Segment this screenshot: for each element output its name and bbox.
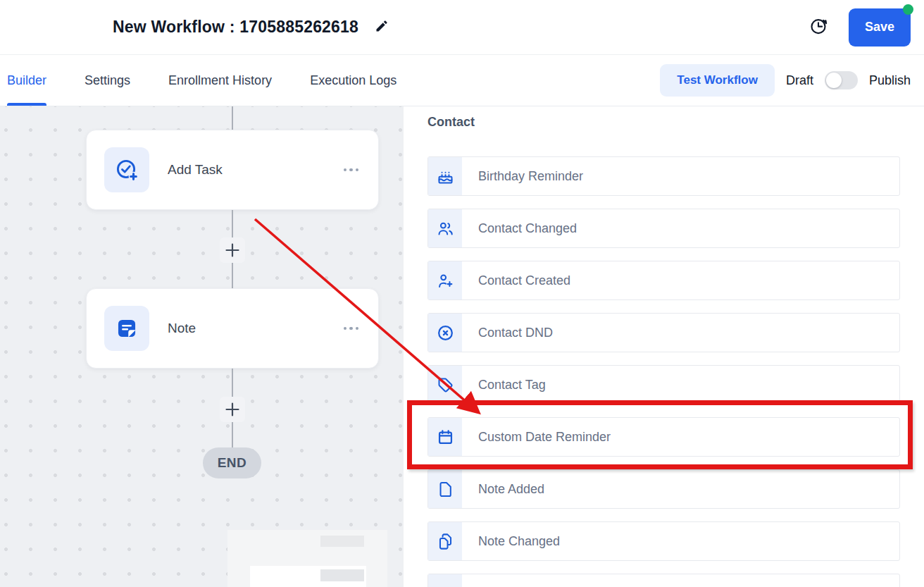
- loading-placeholder: [227, 530, 387, 587]
- birthday-cake-icon: [428, 157, 462, 195]
- connector-line: [232, 422, 233, 447]
- save-button[interactable]: Save: [849, 8, 911, 47]
- test-workflow-button[interactable]: Test Workflow: [660, 64, 775, 97]
- trigger-item-contact-created[interactable]: Contact Created: [427, 261, 900, 300]
- node-label: Note: [168, 321, 196, 336]
- contacts-icon: [428, 209, 462, 247]
- task-add-icon: [104, 147, 149, 192]
- edit-title-button[interactable]: [371, 17, 392, 38]
- trigger-item-custom-date-reminder[interactable]: Custom Date Reminder: [427, 417, 900, 457]
- user-plus-icon: [428, 261, 462, 299]
- trigger-item-contact-changed[interactable]: Contact Changed: [427, 209, 900, 248]
- tab-execution-logs[interactable]: Execution Logs: [310, 55, 397, 106]
- add-step-button[interactable]: [220, 397, 245, 422]
- tab-enrollment-history[interactable]: Enrollment History: [168, 55, 272, 106]
- content-area: Add Task Note END Contact Birthday Remin…: [0, 106, 924, 587]
- connector-line: [232, 263, 233, 288]
- trigger-panel: Contact Birthday Reminder Contact Change…: [404, 106, 924, 587]
- trigger-item-contact-tag[interactable]: Contact Tag: [427, 365, 900, 404]
- node-label: Add Task: [168, 162, 223, 178]
- note-icon: [104, 306, 149, 351]
- draft-label: Draft: [786, 73, 813, 88]
- add-step-button[interactable]: [220, 237, 245, 263]
- tab-bar: Builder Settings Enrollment History Exec…: [0, 55, 924, 106]
- tab-settings[interactable]: Settings: [85, 55, 130, 106]
- circle-x-icon: [428, 314, 462, 352]
- files-icon: [428, 522, 462, 560]
- calendar-icon: [428, 418, 462, 456]
- trigger-item-contact-dnd[interactable]: Contact DND: [427, 313, 900, 352]
- node-options-menu[interactable]: [342, 323, 361, 335]
- workflow-node-add-task[interactable]: Add Task: [86, 130, 379, 210]
- panel-section-title: Contact: [427, 115, 924, 130]
- toggle-knob: [826, 73, 842, 88]
- workflow-title: New Workflow : 1705885262618: [113, 18, 358, 37]
- app-header: New Workflow : 1705885262618 Save: [0, 0, 924, 55]
- connector-line: [232, 210, 233, 237]
- trigger-item-note-added[interactable]: Note Added: [427, 469, 900, 509]
- version-history-button[interactable]: [806, 16, 830, 39]
- tag-icon: [428, 366, 462, 404]
- history-clock-icon: [808, 16, 829, 39]
- tab-builder[interactable]: Builder: [7, 55, 46, 106]
- trigger-item-birthday-reminder[interactable]: Birthday Reminder: [427, 156, 900, 196]
- file-icon: [428, 470, 462, 508]
- end-node: END: [203, 447, 261, 478]
- trigger-item-note-changed[interactable]: Note Changed: [427, 521, 900, 561]
- connector-line: [232, 369, 233, 397]
- pencil-icon: [375, 19, 389, 35]
- publish-toggle[interactable]: [825, 71, 858, 89]
- publish-label: Publish: [869, 73, 911, 88]
- connector-line: [232, 106, 233, 130]
- node-options-menu[interactable]: [342, 164, 361, 176]
- trigger-list: Birthday Reminder Contact Changed Contac…: [427, 156, 900, 587]
- unsaved-changes-dot: [903, 4, 913, 15]
- workflow-canvas[interactable]: Add Task Note END: [0, 106, 404, 587]
- trigger-item-partial[interactable]: [427, 574, 900, 587]
- workflow-node-note[interactable]: Note: [86, 288, 379, 369]
